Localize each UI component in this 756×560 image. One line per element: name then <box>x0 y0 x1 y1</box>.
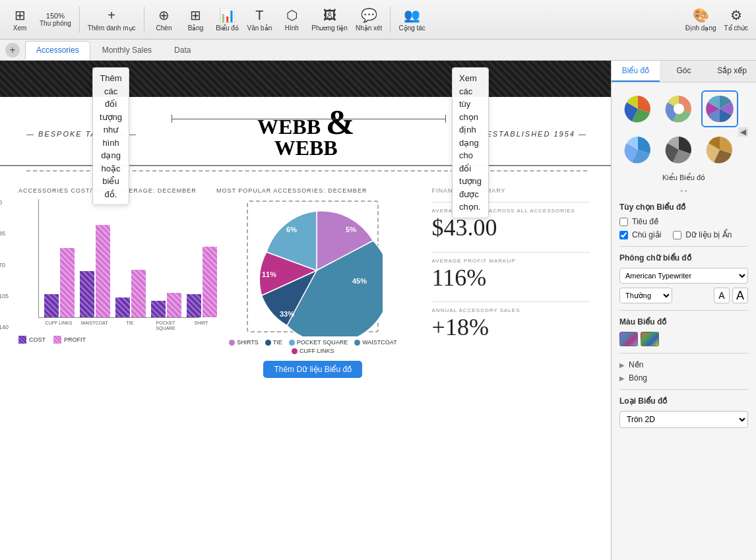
chart-style-4[interactable] <box>619 131 656 168</box>
color-header: Màu Biểu đồ <box>619 317 748 327</box>
doc-charts-row: ACCESSORIES COST/PROFIT AVERAGE: DECEMBE… <box>0 175 611 390</box>
color-swatch-row <box>619 332 748 346</box>
tab-sapxep[interactable]: Sắp xếp <box>708 61 756 82</box>
toolbar-format[interactable]: 🎨 Định dạng <box>683 3 719 37</box>
annotation-add-objects: Thêm các đối tượng như hình dạng hoặc bi… <box>92 67 93 94</box>
chart-type-header: Loại Biểu đồ <box>619 396 748 406</box>
doc-header-band <box>0 61 611 97</box>
tab-bieudo[interactable]: Biểu đồ <box>612 61 660 82</box>
toolbar-zoom-btn[interactable]: 150% Thu phóng <box>37 3 74 37</box>
font-select-row: American Typewriter Helvetica Times New … <box>619 268 748 284</box>
bar-chart-inner <box>38 199 199 318</box>
panel-tabs: Biểu đồ Góc Sắp xếp <box>612 61 756 82</box>
x-axis-labels: CUFF LINKS WAISTCOAT TIE POCKET SQUARE S… <box>38 321 199 330</box>
chart-style-3[interactable] <box>701 90 738 127</box>
format-label: Định dạng <box>685 24 716 32</box>
color-swatch-1[interactable] <box>619 332 638 346</box>
bar-cost-tie <box>115 297 130 317</box>
fin-markup-label: AVERAGE PROFIT MARKUP <box>432 258 590 264</box>
toolbar-comment[interactable]: 💬 Nhận xét <box>353 3 385 37</box>
tab-data[interactable]: Data <box>164 41 201 59</box>
style-label: Kiểu Biểu đồ <box>619 173 748 182</box>
toolbar-chart[interactable]: 📊 Biểu đồ <box>213 3 242 37</box>
font-style-row: Thường In đậm In nghiêng A A <box>619 288 748 303</box>
toolbar-text[interactable]: T Văn bản <box>245 3 275 37</box>
title-label: Tiêu đề <box>632 217 658 226</box>
font-large-btn[interactable]: A <box>732 288 748 303</box>
add-section-icon: + <box>108 8 115 23</box>
canvas-area[interactable]: Thêm các đối tượng như hình dạng hoặc bi… <box>0 61 611 560</box>
font-style-select[interactable]: Thường In đậm In nghiêng <box>619 288 672 303</box>
hidden-data-checkbox[interactable] <box>673 231 681 239</box>
chart-icon: 📊 <box>219 7 236 23</box>
font-name-select[interactable]: American Typewriter Helvetica Times New … <box>619 268 748 284</box>
y-axis-labels: 14010570350 <box>0 199 9 330</box>
tab-accessories[interactable]: Accessories <box>25 41 90 59</box>
bg-label: Nền <box>629 360 643 369</box>
insert-label: Chèn <box>156 24 172 32</box>
doc-logo: WEBB & WEBB <box>257 109 354 158</box>
toolbar-organize[interactable]: ⚙ Tổ chức <box>722 3 751 37</box>
chart-style-2[interactable] <box>660 90 697 127</box>
chart-style-5[interactable] <box>660 131 697 168</box>
comment-label: Nhận xét <box>356 24 382 32</box>
organize-icon: ⚙ <box>730 7 742 23</box>
zoom-value: 150% <box>46 12 65 20</box>
option-title-row: Tiêu đề <box>619 217 748 226</box>
toolbar-shape[interactable]: ⬡ Hình <box>277 3 306 37</box>
tabbar: + Accessories Monthly Sales Data <box>0 40 756 61</box>
toolbar-media[interactable]: 🖼 Phương tiện <box>309 3 350 37</box>
svg-text:6%: 6% <box>286 226 297 233</box>
bar-group-pocketsquare <box>151 293 181 317</box>
add-sheet-button[interactable]: + <box>5 43 20 57</box>
bar-chart-container: ACCESSORIES COST/PROFIT AVERAGE: DECEMBE… <box>13 182 205 383</box>
panel-dots: • • <box>619 187 748 195</box>
chart-style-1[interactable] <box>619 90 656 127</box>
table-icon: ⊞ <box>190 7 201 23</box>
view-icon: ⊞ <box>15 7 26 23</box>
add-data-button[interactable]: Thêm Dữ liệu Biểu đồ <box>263 361 362 378</box>
hidden-data-label: Dữ liệu bị Ẩn <box>685 230 732 239</box>
toolbar-add-section[interactable]: + Thêm danh mục <box>85 3 139 37</box>
svg-text:5%: 5% <box>346 226 356 233</box>
toolbar-table[interactable]: ⊞ Bảng <box>181 3 210 37</box>
right-panel: Biểu đồ Góc Sắp xếp <box>611 61 756 560</box>
chart-style-6[interactable] <box>701 131 738 168</box>
sep1 <box>79 7 80 33</box>
pie-wrapper: 5% 45% 33% 11% <box>247 201 379 332</box>
organize-label: Tổ chức <box>724 24 748 32</box>
tab-monthly-sales[interactable]: Monthly Sales <box>92 41 162 59</box>
legend-profit-label: PROFIT <box>64 336 86 343</box>
toolbar-collab[interactable]: 👥 Cộng tác <box>396 3 427 37</box>
fin-annual-label: ANNUAL ACCESSORY SALES <box>432 307 590 313</box>
document-page: — BESPOKE TAILORS — WEBB & WEBB — ESTABL… <box>0 61 611 560</box>
pie-chart-title: MOST POPULAR ACCESSORIES: DECEMBER <box>216 187 410 194</box>
bar-profit-tie <box>131 270 146 317</box>
text-label: Văn bản <box>247 24 272 32</box>
legend-checkbox[interactable] <box>619 231 628 239</box>
font-small-btn[interactable]: A <box>714 288 730 303</box>
add-section-label: Thêm danh mục <box>88 24 136 32</box>
tab-goc[interactable]: Góc <box>660 61 708 82</box>
bg-expandable[interactable]: ▶ Nền <box>619 360 748 369</box>
bar-profit-cufflinks <box>60 248 75 317</box>
legend-label: Chú giải <box>632 230 661 239</box>
toolbar-view-btn[interactable]: ⊞ Xem <box>5 3 34 37</box>
bar-cost-pocketsquare <box>151 301 166 317</box>
toolbar-insert[interactable]: ⊕ Chèn <box>150 3 179 37</box>
pie-svg: 5% 45% 33% 11% <box>251 204 383 336</box>
annotation-format-options: Xem các tùy chọn định dạng cho đối tượng… <box>452 67 453 94</box>
color-swatch-2[interactable] <box>641 332 659 346</box>
bar-cost-waistcoat <box>80 271 94 317</box>
zoom-label: Thu phóng <box>40 20 71 27</box>
toolbar: ⊞ Xem 150% Thu phóng + Thêm danh mục ⊕ C… <box>0 0 756 40</box>
chart-styles-scroll-btn[interactable]: ◀ <box>738 127 748 137</box>
chart-type-select[interactable]: Tròn 2D Tròn 3D Bánh donut <box>619 411 748 428</box>
comment-icon: 💬 <box>361 7 377 23</box>
bar-cost-shirt <box>187 294 201 317</box>
shadow-label: Bóng <box>629 373 647 383</box>
title-checkbox[interactable] <box>619 218 628 226</box>
fin-markup-value: 116% <box>432 265 590 292</box>
pie-chart-container: MOST POPULAR ACCESSORIES: DECEMBER 5% 45… <box>211 182 415 383</box>
shadow-expandable[interactable]: ▶ Bóng <box>619 373 748 383</box>
